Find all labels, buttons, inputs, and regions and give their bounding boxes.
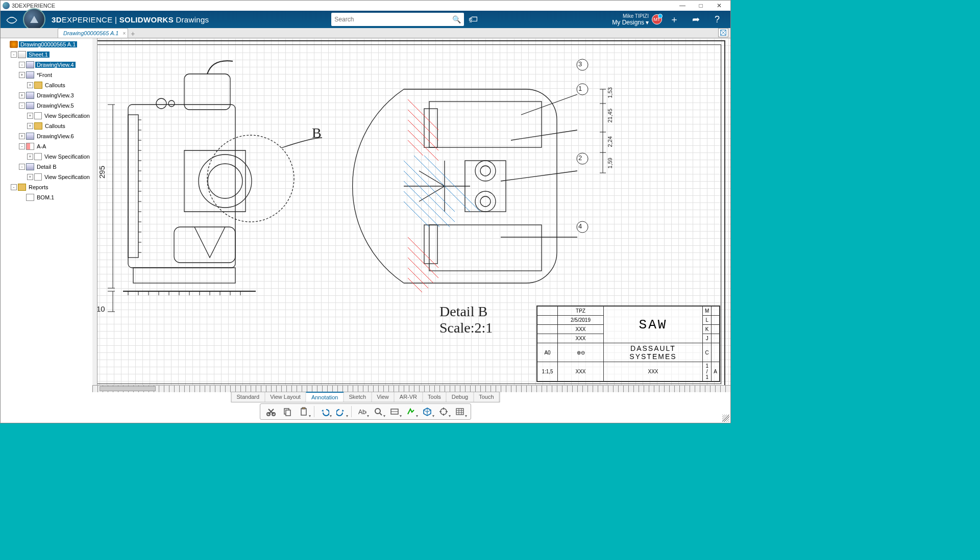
h-scrollbar-thumb[interactable] [100,386,156,391]
tree-item[interactable]: +DrawingView.3 [2,90,91,100]
drawing-canvas[interactable]: B 295 10 1,53 21,45 2,24 1,59 3 1 2 4 De… [92,38,730,392]
svg-rect-9 [133,268,235,283]
undo-button[interactable] [317,405,332,418]
cut-button[interactable] [263,405,279,418]
share-icon[interactable]: ➦ [689,12,703,27]
tree-item[interactable]: +View Specification [2,111,91,121]
expand-toggle-icon[interactable]: + [19,72,25,78]
expand-toggle-icon [3,41,9,47]
my-designs-dropdown[interactable]: My Designs▾ [612,19,649,26]
user-name: Mike TIPIZI [612,13,649,19]
compass-icon[interactable] [23,8,45,31]
ribbon-tab-sketch[interactable]: Sketch [344,392,372,402]
expand-toggle-icon[interactable]: + [27,113,33,119]
expand-toggle-icon[interactable]: + [19,92,25,98]
sketch-button[interactable] [403,405,419,418]
vertical-ruler [92,38,97,385]
dimension-2145: 21,45 [607,109,613,123]
expand-toggle-icon[interactable]: - [11,52,17,58]
copy-button[interactable] [280,405,295,418]
expand-toggle-icon[interactable]: + [19,133,25,139]
tag-icon[interactable]: 🏷 [466,12,480,27]
maximize-button[interactable]: □ [692,1,710,10]
tree-item[interactable]: -Reports [2,182,91,192]
new-tab-button[interactable]: + [128,30,137,38]
user-area: Mike TIPIZI My Designs▾ MT ＋ ➦ ? [612,12,726,27]
ribbon-tab-touch[interactable]: Touch [474,392,499,402]
search-icon[interactable]: 🔍 [452,15,461,23]
tree-item-label: DrawingView.5 [35,103,76,109]
expand-toggle-icon[interactable]: - [11,184,17,190]
tree-item-label: Detail B [35,164,58,170]
redo-button[interactable] [333,405,349,418]
expand-toggle-icon[interactable]: + [27,174,33,180]
tree-item-label: DrawingView.4 [35,62,76,68]
fit-button[interactable] [387,405,402,418]
tree-item-label: Sheet.1 [27,52,50,58]
title-block: TPZSAWM 2/5/2019L XXXK XXXJ A0⊕⊖DASSAULT… [536,306,720,382]
center-button[interactable] [436,405,451,418]
ribbon-tab-annotation[interactable]: Annotation [306,392,344,402]
doc-icon [34,173,42,181]
ribbon-tab-ar-vr[interactable]: AR-VR [395,392,423,402]
search-input[interactable] [334,16,452,23]
expand-toggle-icon[interactable]: - [19,103,25,109]
tree-item[interactable]: +Callouts [2,80,91,90]
tree-item[interactable]: -Detail B [2,162,91,172]
search-field[interactable]: 🔍 [331,13,464,26]
feature-tree[interactable]: Drawing00000565 A.1-Sheet.1-DrawingView.… [1,38,92,392]
tree-item[interactable]: +View Specification [2,172,91,182]
tree-item[interactable]: +*Front [2,70,91,80]
svg-rect-1 [128,105,235,268]
zoom-button[interactable] [371,405,386,418]
ribbon-tab-view-layout[interactable]: View Layout [265,392,306,402]
paste-button[interactable] [296,405,311,418]
close-button[interactable]: ✕ [710,1,728,10]
tree-item[interactable]: -DrawingView.5 [2,100,91,111]
expand-toggle-icon[interactable]: + [27,123,33,129]
ribbon-tab-standard[interactable]: Standard [232,392,265,402]
tree-item[interactable]: Drawing00000565 A.1 [2,39,91,49]
tree-item[interactable]: +Callouts [2,121,91,131]
svg-point-15 [475,161,496,181]
svg-point-5 [168,100,175,107]
ribbon-tab-debug[interactable]: Debug [447,392,474,402]
tree-item-label: Callouts [43,123,67,129]
ribbon-tab-tools[interactable]: Tools [423,392,447,402]
resize-grip-icon[interactable] [722,415,729,422]
table-button[interactable] [452,405,468,418]
document-tab[interactable]: Drawing00000565 A.1 × [58,28,128,38]
tree-item[interactable]: -A-A [2,141,91,151]
svg-rect-34 [456,409,463,415]
expand-toggle-icon[interactable]: + [27,82,33,88]
tree-item-label: A-A [35,143,47,149]
tree-item[interactable]: +View Specification [2,151,91,162]
tree-item[interactable]: +DrawingView.6 [2,131,91,141]
tree-item[interactable]: -DrawingView.4 [2,60,91,70]
tree-item-label: BOM.1 [35,194,56,200]
add-icon[interactable]: ＋ [667,12,681,27]
expand-toggle-icon[interactable]: - [19,143,25,149]
expand-toggle-icon[interactable]: - [19,62,25,68]
tree-item[interactable]: -Sheet.1 [2,49,91,60]
svg-point-10 [207,135,294,222]
iso-button[interactable] [420,405,435,418]
balloon-3: 3 [578,60,582,68]
svg-rect-8 [174,227,235,263]
doc-icon [26,194,34,201]
text-button[interactable]: Abc [354,405,370,418]
tree-item[interactable]: BOM.1 [2,192,91,202]
ds-logo-icon[interactable] [5,12,19,27]
expand-toggle-icon[interactable]: + [27,154,33,160]
avatar[interactable]: MT [652,14,662,24]
ribbon-tab-view[interactable]: View [372,392,395,402]
compass-toggle-button[interactable] [718,28,728,37]
view-icon [26,102,34,109]
minimize-button[interactable]: — [673,1,692,10]
app-header: 3DEXPERIENCE | SOLIDWORKS Drawings 🔍 🏷 M… [1,11,730,28]
expand-toggle-icon[interactable]: - [19,164,25,170]
tab-close-icon[interactable]: × [123,31,126,36]
help-icon[interactable]: ? [710,12,724,27]
tree-item-label: DrawingView.6 [35,133,76,139]
doc-icon [34,112,42,119]
